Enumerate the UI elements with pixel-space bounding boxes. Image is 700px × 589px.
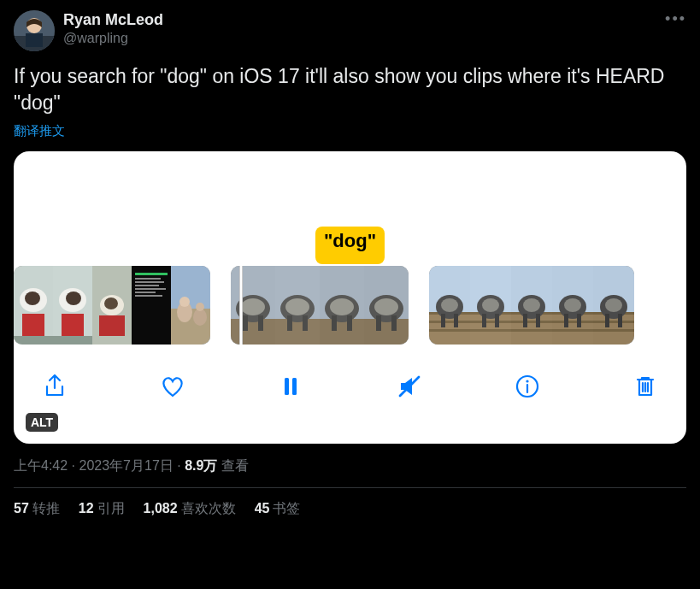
svg-point-29 bbox=[179, 297, 190, 307]
svg-rect-17 bbox=[99, 315, 125, 336]
display-name: Ryan McLeod bbox=[63, 10, 163, 30]
svg-rect-22 bbox=[135, 285, 159, 286]
svg-rect-86 bbox=[552, 321, 593, 323]
divider bbox=[14, 487, 686, 488]
thumbnail bbox=[320, 266, 364, 345]
svg-rect-42 bbox=[287, 315, 292, 331]
thumbnail bbox=[14, 266, 53, 345]
svg-rect-68 bbox=[470, 321, 511, 323]
svg-rect-18 bbox=[132, 266, 171, 345]
svg-rect-23 bbox=[135, 288, 166, 290]
svg-rect-43 bbox=[303, 315, 308, 331]
svg-rect-8 bbox=[14, 336, 53, 345]
svg-rect-95 bbox=[593, 321, 634, 323]
thumbnail bbox=[470, 266, 511, 345]
svg-rect-91 bbox=[577, 314, 581, 327]
svg-rect-36 bbox=[243, 315, 248, 331]
thumbnail bbox=[552, 266, 593, 345]
svg-rect-24 bbox=[135, 292, 156, 293]
quotes-stat[interactable]: 12引用 bbox=[79, 500, 125, 518]
svg-rect-39 bbox=[275, 319, 320, 345]
svg-rect-45 bbox=[320, 319, 364, 345]
svg-rect-87 bbox=[552, 329, 593, 332]
svg-rect-63 bbox=[441, 314, 445, 327]
media-whitespace bbox=[14, 151, 686, 227]
svg-rect-7 bbox=[22, 314, 44, 336]
avatar-image bbox=[14, 10, 55, 51]
svg-point-47 bbox=[330, 298, 354, 315]
share-icon[interactable] bbox=[39, 371, 70, 402]
author-block[interactable]: Ryan McLeod @warpling bbox=[63, 10, 163, 47]
svg-point-80 bbox=[523, 298, 540, 312]
svg-point-6 bbox=[25, 292, 40, 305]
svg-rect-82 bbox=[536, 314, 540, 327]
svg-rect-54 bbox=[376, 315, 381, 331]
svg-rect-60 bbox=[429, 329, 470, 332]
alt-badge[interactable]: ALT bbox=[26, 413, 58, 432]
likes-stat[interactable]: 1,082喜欢次数 bbox=[144, 500, 236, 518]
thumbnail bbox=[132, 266, 171, 345]
svg-rect-72 bbox=[482, 314, 486, 327]
retweets-stat[interactable]: 57转推 bbox=[14, 500, 60, 518]
tooltip-text: "dog" bbox=[324, 230, 376, 251]
bookmarks-stat[interactable]: 45书签 bbox=[255, 500, 301, 518]
info-icon[interactable] bbox=[512, 371, 543, 402]
svg-rect-101 bbox=[285, 378, 289, 395]
tweet-text: If you search for "dog" on iOS 17 it'll … bbox=[14, 63, 686, 116]
svg-rect-77 bbox=[511, 321, 552, 323]
post-time[interactable]: 上午4:42 bbox=[14, 458, 68, 473]
svg-point-71 bbox=[482, 298, 499, 312]
svg-rect-64 bbox=[454, 314, 458, 327]
svg-rect-100 bbox=[618, 314, 622, 327]
search-tooltip: "dog" bbox=[315, 227, 385, 264]
svg-rect-81 bbox=[523, 314, 527, 327]
svg-rect-55 bbox=[391, 315, 397, 331]
svg-point-53 bbox=[374, 298, 398, 315]
post-date[interactable]: 2023年7月17日 bbox=[79, 458, 173, 473]
svg-point-98 bbox=[605, 298, 622, 312]
thumbnail bbox=[53, 266, 92, 345]
tooltip-row: "dog" bbox=[14, 227, 686, 264]
svg-rect-78 bbox=[511, 329, 552, 332]
handle: @warpling bbox=[63, 30, 163, 47]
thumbnail bbox=[429, 266, 470, 345]
trash-icon[interactable] bbox=[630, 371, 661, 402]
svg-rect-3 bbox=[26, 33, 43, 47]
clip-1[interactable] bbox=[14, 266, 210, 345]
svg-point-105 bbox=[526, 380, 528, 382]
svg-point-62 bbox=[441, 298, 458, 312]
mute-icon[interactable] bbox=[394, 371, 425, 402]
svg-rect-21 bbox=[135, 281, 164, 283]
heart-icon[interactable] bbox=[157, 371, 188, 402]
svg-rect-90 bbox=[564, 314, 568, 327]
translate-link[interactable]: 翻译推文 bbox=[14, 123, 686, 139]
svg-rect-33 bbox=[231, 319, 275, 345]
clip-3[interactable] bbox=[429, 266, 634, 345]
svg-rect-51 bbox=[364, 319, 409, 345]
svg-rect-96 bbox=[593, 329, 634, 332]
clip-2[interactable] bbox=[231, 266, 409, 345]
views-label: 查看 bbox=[221, 458, 249, 473]
media-toolbar bbox=[14, 345, 686, 415]
tweet-header: Ryan McLeod @warpling ••• bbox=[14, 10, 686, 51]
stats-row: 57转推 12引用 1,082喜欢次数 45书签 bbox=[14, 500, 686, 518]
svg-rect-49 bbox=[347, 315, 352, 331]
avatar[interactable] bbox=[14, 10, 55, 51]
thumbnail bbox=[511, 266, 552, 345]
media-card[interactable]: "dog" bbox=[14, 151, 686, 444]
thumbnail bbox=[275, 266, 320, 345]
views-count: 8.9万 bbox=[185, 458, 217, 473]
svg-rect-20 bbox=[135, 278, 161, 280]
svg-rect-13 bbox=[53, 336, 92, 345]
svg-rect-12 bbox=[62, 314, 84, 336]
svg-rect-19 bbox=[135, 273, 168, 275]
thumbnail bbox=[593, 266, 634, 345]
meta-row: 上午4:42 · 2023年7月17日 · 8.9万 查看 bbox=[14, 457, 686, 475]
thumbnail bbox=[364, 266, 409, 345]
timeline[interactable] bbox=[14, 266, 686, 345]
more-icon[interactable]: ••• bbox=[665, 10, 686, 28]
svg-rect-48 bbox=[332, 315, 337, 331]
svg-point-16 bbox=[104, 297, 118, 309]
playhead[interactable] bbox=[239, 266, 243, 345]
pause-icon[interactable] bbox=[275, 371, 306, 402]
